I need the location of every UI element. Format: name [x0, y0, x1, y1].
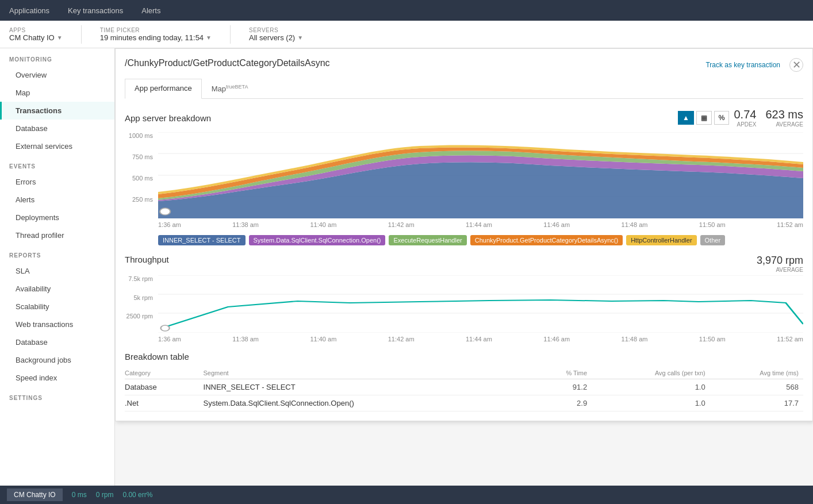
sidebar-item-availability[interactable]: Availability: [0, 280, 114, 298]
x-label-2: 11:40 am: [310, 221, 336, 228]
x-label-5: 11:46 am: [543, 221, 570, 228]
sidebar-item-external-services[interactable]: External services: [0, 137, 114, 155]
sidebar-item-database[interactable]: Database: [0, 120, 114, 137]
tp-x-label-6: 11:48 am: [622, 336, 648, 343]
tp-x-label-2: 11:40 am: [310, 336, 336, 343]
sidebar-item-map[interactable]: Map: [0, 84, 114, 102]
tp-x-label-1: 11:38 am: [232, 336, 259, 343]
x-label-0: 1:36 am: [158, 221, 181, 228]
breakdown-row-0: Database INNER_SELECT - SELECT 91.2 1.0 …: [125, 379, 803, 395]
x-label-8: 11:52 am: [777, 221, 803, 228]
detail-panel-header: /ChunkyProduct/GetProductCategoryDetails…: [125, 58, 803, 72]
sidebar-item-transactions[interactable]: Transactions: [0, 102, 114, 120]
col-pct-time: % Time: [536, 367, 592, 379]
legend-inner-select[interactable]: INNER_SELECT - SELECT: [158, 235, 246, 245]
nav-key-transactions[interactable]: Key transactions: [66, 2, 125, 20]
average-label: AVERAGE: [765, 121, 803, 128]
legend-other[interactable]: Other: [700, 235, 726, 245]
detail-panel-close-button[interactable]: ✕: [789, 58, 803, 72]
row1-time: 17.7: [710, 395, 803, 411]
nav-applications[interactable]: Applications: [7, 2, 52, 20]
settings-section-label: SETTINGS: [0, 387, 114, 405]
nav-alerts[interactable]: Alerts: [139, 2, 163, 20]
legend-http-controller[interactable]: HttpControllerHandler: [626, 235, 696, 245]
time-picker-label: TIME PICKER: [100, 27, 212, 33]
sidebar-item-alerts[interactable]: Alerts: [0, 191, 114, 209]
tab-beta-label: true: [226, 84, 235, 90]
tp-x-label-0: 1:36 am: [158, 336, 181, 343]
tp-x-label-3: 11:42 am: [388, 336, 415, 343]
tp-y-label-1: 5k rpm: [133, 294, 153, 301]
breakdown-ctrl-bar[interactable]: ▦: [696, 111, 712, 125]
sidebar-item-database-reports[interactable]: Database: [0, 333, 114, 351]
legend-execute-request[interactable]: ExecuteRequestHandler: [389, 235, 466, 245]
apps-label: APPS: [9, 27, 63, 33]
area-chart: [158, 132, 803, 220]
track-key-transaction-link[interactable]: Track as key transaction: [705, 61, 780, 69]
apdex-value: 0.74: [734, 108, 756, 121]
detail-tabs: App performance MaptrueBETA: [125, 79, 803, 99]
tp-x-label-4: 11:44 am: [466, 336, 492, 343]
sidebar-item-background-jobs[interactable]: Background jobs: [0, 351, 114, 369]
time-picker-dropdown-arrow: ▼: [206, 34, 212, 41]
sidebar-item-deployments[interactable]: Deployments: [0, 209, 114, 226]
breakdown-metrics: 0.74 APDEX 623 ms AVERAGE: [734, 108, 803, 128]
breakdown-row-1: .Net System.Data.SqlClient.SqlConnection…: [125, 395, 803, 411]
servers-label: SERVERS: [249, 27, 303, 33]
average-value: 623 ms: [765, 108, 803, 121]
throughput-chart: [158, 275, 803, 334]
col-avg-time: Avg time (ms): [710, 367, 803, 379]
sidebar-item-sla[interactable]: SLA: [0, 262, 114, 280]
servers-selector[interactable]: SERVERS All servers (2) ▼: [249, 27, 303, 42]
time-picker-value: 19 minutes ending today, 11:54 ▼: [100, 33, 212, 42]
app-server-breakdown: App server breakdown ▲ ▦ % 0.74 APDEX: [125, 108, 803, 245]
tab-map[interactable]: MaptrueBETA: [202, 79, 258, 98]
sidebar-item-thread-profiler[interactable]: Thread profiler: [0, 226, 114, 244]
row1-segment: System.Data.SqlClient.SqlConnection.Open…: [204, 395, 537, 411]
tab-app-performance[interactable]: App performance: [125, 79, 202, 99]
throughput-x-labels: 1:36 am 11:38 am 11:40 am 11:42 am 11:44…: [158, 336, 803, 343]
legend-chunky-product[interactable]: ChunkyProduct.GetProductCategoryDetailsA…: [470, 235, 623, 245]
breakdown-title: App server breakdown: [125, 113, 211, 123]
content-area: Most time consumingSlowest average respo…: [115, 48, 813, 486]
apdex-label: APDEX: [734, 121, 756, 128]
breakdown-ctrl-pct[interactable]: %: [714, 111, 730, 125]
apps-selector[interactable]: APPS CM Chatty IO ▼: [9, 27, 63, 42]
tp-y-label-2: 2500 rpm: [126, 313, 153, 320]
detail-panel-title: /ChunkyProduct/GetProductCategoryDetails…: [125, 58, 330, 68]
col-avg-calls: Avg calls (per txn): [592, 367, 710, 379]
sidebar-item-errors[interactable]: Errors: [0, 173, 114, 191]
apdex-metric: 0.74 APDEX: [734, 108, 756, 128]
sidebar-item-speed-index[interactable]: Speed index: [0, 369, 114, 387]
x-label-3: 11:42 am: [388, 221, 415, 228]
apps-dropdown-arrow: ▼: [57, 34, 63, 41]
x-label-6: 11:48 am: [622, 221, 648, 228]
tp-x-label-7: 11:50 am: [699, 336, 726, 343]
average-metric: 623 ms AVERAGE: [765, 108, 803, 128]
throughput-chart-svg: [158, 275, 803, 333]
row0-segment: INNER_SELECT - SELECT: [204, 379, 537, 395]
col-segment: Segment: [204, 367, 537, 379]
y-label-2: 500 ms: [132, 175, 153, 182]
row1-pct: 2.9: [536, 395, 592, 411]
sidebar-item-web-transactions[interactable]: Web transactions: [0, 316, 114, 333]
reports-section-label: REPORTS: [0, 244, 114, 262]
throughput-chart-container: 7.5k rpm 5k rpm 2500 rpm: [125, 275, 803, 343]
detail-panel: /ChunkyProduct/GetProductCategoryDetails…: [115, 48, 813, 421]
sidebar-item-scalability[interactable]: Scalability: [0, 298, 114, 316]
sidebar-item-overview[interactable]: Overview: [0, 66, 114, 84]
table-header-row: Category Segment % Time Avg calls (per t…: [125, 367, 803, 379]
tp-x-label-5: 11:46 am: [543, 336, 570, 343]
y-label-0: 1000 ms: [129, 132, 153, 139]
breakdown-ctrl-area[interactable]: ▲: [678, 111, 694, 125]
throughput-header: Throughput 3,970 rpm AVERAGE: [125, 255, 803, 273]
area-chart-svg: [158, 132, 803, 218]
top-nav: Applications Key transactions Alerts: [0, 0, 813, 21]
sidebar: MONITORING Overview Map Transactions Dat…: [0, 48, 115, 486]
throughput-label: AVERAGE: [757, 267, 803, 273]
breakdown-header: App server breakdown ▲ ▦ % 0.74 APDEX: [125, 108, 803, 128]
time-picker-selector[interactable]: TIME PICKER 19 minutes ending today, 11:…: [100, 27, 212, 42]
monitoring-section-label: MONITORING: [0, 48, 114, 66]
legend-sqlconnection[interactable]: System.Data.SqlClient.SqlConnection.Open…: [249, 235, 386, 245]
divider-1: [81, 25, 82, 44]
